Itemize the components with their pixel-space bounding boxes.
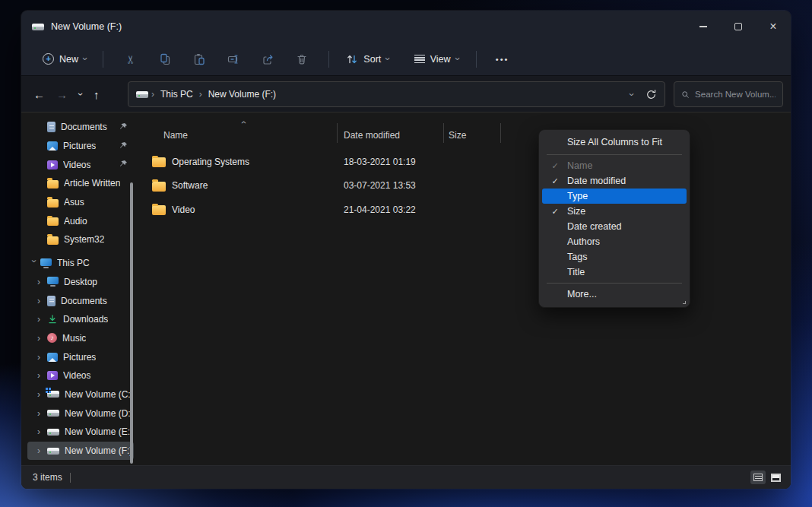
share-button[interactable] <box>250 47 284 71</box>
chevron-right-icon[interactable]: › <box>37 390 44 399</box>
file-row-video[interactable]: Video 21-04-2021 03:22 <box>141 198 791 222</box>
sidebar-item-documents-pinned[interactable]: Documents <box>27 118 134 137</box>
forward-button[interactable]: → <box>56 88 68 101</box>
sidebar-item-videos-pinned[interactable]: Videos <box>27 155 134 174</box>
menu-item-title[interactable]: ✓ Title <box>542 265 687 280</box>
address-row: ← → › ↑ › This PC › New Volume (F:) › <box>21 76 791 112</box>
column-divider[interactable] <box>337 123 338 143</box>
chevron-right-icon[interactable]: › <box>37 427 44 436</box>
sidebar-item-new-volume-c[interactable]: › New Volume (C:) <box>27 385 134 404</box>
up-button[interactable]: ↑ <box>94 88 100 101</box>
chevron-right-icon[interactable]: › <box>37 409 44 418</box>
sidebar-item-new-volume-d[interactable]: › New Volume (D:) <box>27 404 134 423</box>
folder-icon <box>152 205 166 215</box>
column-header-size[interactable]: Size <box>449 130 466 141</box>
sidebar-item-this-pc[interactable]: › This PC <box>27 254 134 273</box>
column-header-date-modified[interactable]: Date modified <box>344 130 400 141</box>
menu-item-size[interactable]: ✓ Size <box>542 204 687 219</box>
column-divider[interactable] <box>443 123 444 143</box>
sidebar-item-system32[interactable]: System32 <box>27 230 134 249</box>
chevron-right-icon[interactable]: › <box>37 277 44 287</box>
documents-icon <box>47 122 56 132</box>
sidebar-item-new-volume-f[interactable]: › New Volume (F:) <box>27 442 134 461</box>
chevron-right-icon[interactable]: › <box>37 315 44 324</box>
search-input[interactable] <box>695 90 776 99</box>
search-box[interactable] <box>674 81 783 107</box>
chevron-down-icon: › <box>81 57 90 60</box>
menu-item-authors[interactable]: ✓ Authors <box>542 234 687 249</box>
chevron-right-icon[interactable]: › <box>37 446 44 455</box>
chevron-right-icon[interactable]: › <box>37 296 44 306</box>
maximize-button[interactable] <box>721 11 756 43</box>
recent-locations-button[interactable]: › <box>76 93 85 96</box>
minimize-button[interactable] <box>686 11 721 43</box>
rename-button[interactable] <box>216 47 250 71</box>
view-button[interactable]: View › <box>408 50 466 68</box>
refresh-button[interactable] <box>645 89 657 100</box>
pictures-icon <box>47 141 58 151</box>
sort-button-label: Sort <box>363 54 381 65</box>
drive-windows-icon <box>47 391 59 398</box>
new-button[interactable]: + New › <box>36 49 93 68</box>
sidebar-item-pictures-pinned[interactable]: Pictures <box>27 137 134 156</box>
sidebar-item-article-written[interactable]: Article Written <box>27 174 134 193</box>
pin-icon <box>119 160 128 169</box>
see-more-button[interactable]: ••• <box>496 55 509 64</box>
delete-button[interactable] <box>284 47 319 71</box>
details-view-button[interactable] <box>750 471 766 484</box>
sidebar-item-desktop[interactable]: › Desktop <box>27 273 134 292</box>
titlebar[interactable]: New Volume (F:) × <box>21 11 791 43</box>
menu-item-date-modified[interactable]: ✓ Date modified <box>542 173 687 189</box>
large-icons-view-button[interactable] <box>768 471 783 484</box>
pin-icon <box>119 122 128 132</box>
chevron-down-icon: › <box>383 57 393 60</box>
sort-button[interactable]: Sort › <box>339 49 396 69</box>
cut-icon: ✂ <box>124 54 138 64</box>
chevron-right-icon[interactable]: › <box>37 334 44 343</box>
breadcrumb-this-pc[interactable]: This PC <box>160 89 193 100</box>
view-toggles <box>750 471 783 484</box>
chevron-down-icon[interactable]: › <box>30 260 39 267</box>
address-bar[interactable]: › This PC › New Volume (F:) › <box>128 81 665 107</box>
sidebar-item-pictures[interactable]: › Pictures <box>27 347 134 366</box>
sidebar-item-music[interactable]: › Music <box>27 329 134 348</box>
check-icon: ✓ <box>548 204 562 219</box>
sidebar-item-audio[interactable]: Audio <box>27 211 134 230</box>
sidebar-item-new-volume-g[interactable]: › New Volume (G: <box>27 460 134 465</box>
sidebar-scrollbar[interactable] <box>130 182 133 464</box>
chevron-right-icon[interactable]: › <box>37 353 44 362</box>
menu-resize-grip <box>683 301 686 304</box>
breadcrumb-current-folder[interactable]: New Volume (F:) <box>208 89 276 100</box>
menu-item-date-created[interactable]: ✓ Date created <box>542 219 687 234</box>
menu-item-more[interactable]: ✓ More... <box>542 287 687 302</box>
back-button[interactable]: ← <box>33 88 45 101</box>
sidebar-item-documents[interactable]: › Documents <box>27 291 134 310</box>
close-button[interactable]: × <box>756 11 791 43</box>
cut-button[interactable]: ✂ <box>113 47 147 71</box>
paste-button[interactable] <box>182 47 216 71</box>
column-divider[interactable] <box>500 123 501 143</box>
file-explorer-window: New Volume (F:) × + New › ✂ <box>21 11 791 489</box>
file-row-operating-systems[interactable]: Operating Systems 18-03-2021 01:19 <box>141 150 791 174</box>
sidebar-item-asus[interactable]: Asus <box>27 193 134 212</box>
menu-item-type[interactable]: ✓ Type <box>542 189 687 204</box>
pin-icon <box>119 141 128 151</box>
item-count: 3 items <box>33 472 62 483</box>
menu-item-tags[interactable]: ✓ Tags <box>542 249 687 265</box>
videos-icon <box>47 371 58 380</box>
window-title: New Volume (F:) <box>51 21 122 32</box>
menu-item-size-all-columns[interactable]: ✓ Size All Columns to Fit <box>542 134 687 151</box>
command-bar: + New › ✂ <box>21 43 791 76</box>
check-icon: ✓ <box>548 158 562 173</box>
copy-icon <box>159 53 171 65</box>
sidebar-item-videos[interactable]: › Videos <box>27 366 134 385</box>
sidebar-item-downloads[interactable]: › Downloads <box>27 310 134 329</box>
column-header-name[interactable]: Name <box>163 130 188 141</box>
address-dropdown-button[interactable]: › <box>626 93 636 96</box>
new-button-label: New <box>59 54 78 65</box>
sidebar-item-new-volume-e[interactable]: › New Volume (E:) <box>27 423 134 442</box>
file-list-pane: › Name Date modified Size Operating Syst… <box>141 112 791 465</box>
file-row-software[interactable]: Software 03-07-2021 13:53 <box>141 174 791 198</box>
chevron-right-icon[interactable]: › <box>37 371 44 380</box>
copy-button[interactable] <box>147 47 182 71</box>
